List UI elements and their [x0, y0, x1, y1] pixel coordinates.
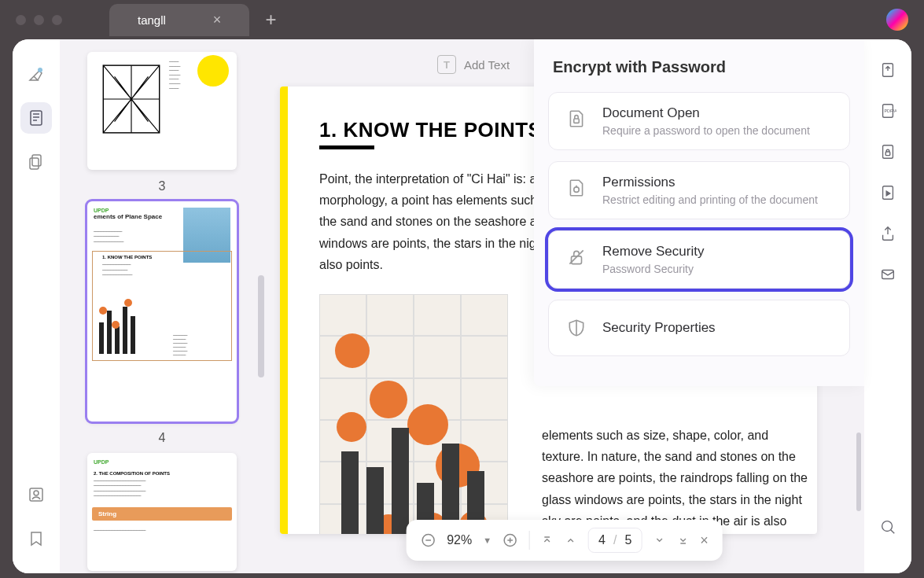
close-window[interactable] [16, 15, 26, 25]
card-document-open[interactable]: Document Open Require a password to open… [548, 92, 850, 150]
zoom-dropdown-icon[interactable]: ▼ [483, 536, 491, 545]
thumb-3-label: 3 [159, 179, 166, 193]
card-title: Security Properties [602, 320, 716, 336]
minimize-window[interactable] [34, 15, 44, 25]
thumb-scrollbar[interactable] [258, 275, 264, 377]
card-permissions[interactable]: Permissions Restrict editing and printin… [548, 161, 850, 219]
document-lock-icon [563, 105, 590, 132]
titlebar: tangll × + [0, 0, 924, 39]
zoom-out-button[interactable] [420, 532, 436, 548]
card-title: Remove Security [602, 244, 704, 260]
main-scrollbar[interactable] [856, 433, 861, 511]
pdfa-icon[interactable]: PDF/A [876, 99, 900, 123]
thumbnail-panel[interactable]: ━━━━━━━━━━━━━━━━━━━━━━━━━━━━━━━━━━━━━━━━… [60, 39, 264, 573]
export-icon[interactable] [876, 58, 900, 82]
svg-text:PDF/A: PDF/A [884, 109, 896, 113]
svg-rect-24 [882, 271, 894, 279]
card-title: Permissions [602, 175, 818, 190]
svg-rect-2 [32, 155, 41, 166]
thumbnail-3[interactable]: ━━━━━━━━━━━━━━━━━━━━━━━━━━━━━━━━━━━━━━━━… [69, 52, 255, 193]
card-sub: Require a password to open the document [602, 124, 810, 137]
bottom-bar: 92% ▼ 4 / 5 × [406, 520, 723, 561]
secure-doc-icon[interactable] [876, 140, 900, 164]
last-page-button[interactable] [676, 534, 689, 547]
tab-title: tangll [138, 13, 166, 27]
shield-icon [563, 315, 590, 341]
svg-rect-3 [30, 158, 39, 169]
thumbnail-4[interactable]: UPDP ements of Plane Space ━━━━━━━━━━━━━… [69, 201, 255, 445]
share-icon[interactable] [876, 222, 900, 245]
thumbnails-tool[interactable] [20, 102, 52, 134]
svg-point-8 [574, 187, 580, 193]
prev-page-button[interactable] [565, 534, 577, 547]
highlighter-tool[interactable] [20, 58, 52, 90]
card-remove-security[interactable]: Remove Security Password Security [548, 230, 850, 289]
next-page-button[interactable] [653, 534, 665, 547]
unlock-icon [563, 244, 590, 271]
search-icon[interactable] [876, 515, 900, 539]
svg-rect-22 [885, 152, 890, 156]
copy-tool[interactable] [20, 146, 52, 178]
traffic-lights[interactable] [16, 15, 62, 25]
encrypt-panel: Encrypt with Password Document Open Requ… [534, 39, 864, 386]
card-sub: Password Security [602, 263, 704, 275]
tab-active[interactable]: tangll × [109, 4, 249, 36]
close-bottombar-button[interactable]: × [700, 532, 709, 549]
zoom-value: 92% [447, 533, 472, 547]
card-sub: Restrict editing and printing of the doc… [602, 193, 818, 206]
tabstrip: tangll × + [109, 4, 276, 36]
workspace: ━━━━━━━━━━━━━━━━━━━━━━━━━━━━━━━━━━━━━━━━… [13, 39, 911, 573]
panel-title: Encrypt with Password [548, 58, 850, 76]
zoom-in-button[interactable] [502, 532, 518, 548]
svg-point-0 [38, 68, 42, 72]
permissions-icon [563, 175, 590, 201]
svg-rect-7 [574, 119, 580, 123]
page-input[interactable]: 4 / 5 [588, 528, 642, 553]
right-rail: PDF/A [864, 39, 911, 573]
first-page-button[interactable] [541, 534, 554, 547]
left-rail [13, 39, 60, 573]
close-icon[interactable]: × [213, 12, 222, 28]
main-view: T Add Text 1. KNOW THE POINTS Point, the… [264, 39, 864, 573]
text-tool-icon[interactable]: T [437, 55, 456, 74]
page-image [319, 294, 508, 534]
svg-point-5 [34, 491, 39, 495]
mail-icon[interactable] [876, 263, 900, 286]
svg-point-25 [882, 521, 893, 532]
thumb-4-label: 4 [159, 431, 166, 445]
top-toolbar: T Add Text [437, 55, 510, 74]
card-title: Document Open [602, 105, 810, 121]
add-tab-button[interactable]: + [265, 9, 276, 31]
svg-line-26 [891, 530, 895, 534]
bookmark-tool[interactable] [20, 523, 52, 554]
play-doc-icon[interactable] [876, 181, 900, 204]
svg-rect-1 [31, 111, 42, 125]
add-text-button[interactable]: Add Text [464, 58, 510, 72]
thumbnail-5[interactable]: UPDP 2. THE COMPOSITION OF POINTS ━━━━━━… [69, 453, 255, 571]
contact-tool[interactable] [20, 479, 52, 510]
avatar[interactable] [886, 9, 908, 31]
card-security-properties[interactable]: Security Properties [548, 300, 850, 356]
maximize-window[interactable] [52, 15, 62, 25]
